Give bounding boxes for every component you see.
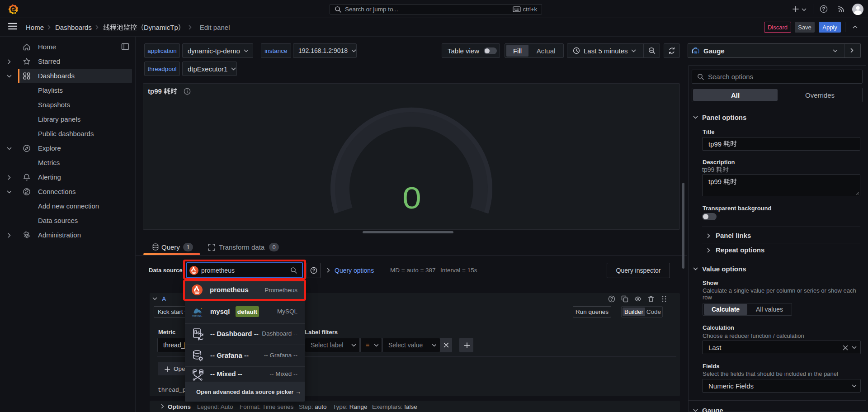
svg-text:70: 70 xyxy=(694,51,697,53)
